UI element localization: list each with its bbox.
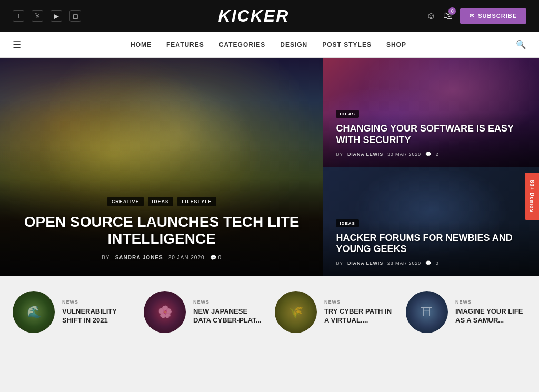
- news-thumb-3: 🌾: [275, 291, 317, 333]
- hero-left-author[interactable]: SANDRA JONES: [115, 255, 163, 260]
- nav-post-styles[interactable]: POST STYLES: [322, 41, 372, 48]
- hero-right-top-comments: 2: [436, 152, 439, 157]
- site-logo[interactable]: KICKER: [218, 6, 290, 26]
- hero-left[interactable]: CREATIVE IDEAS LIFESTYLE OPEN SOURCE LAU…: [0, 58, 323, 276]
- news-thumb-4: ⛩: [406, 291, 448, 333]
- news-text-1: NEWS VULNERABILITY SHIFT IN 2021: [62, 299, 133, 325]
- hero-right-top-content: IDEAS CHANGING YOUR SOFTWARE IS EASY WIT…: [323, 108, 539, 156]
- instagram-icon[interactable]: ◻: [69, 10, 81, 22]
- hero-right-top-meta: BY DIANA LEWIS 30 MAR 2020 💬 2: [336, 152, 526, 157]
- search-button[interactable]: 🔍: [516, 39, 526, 49]
- news-cat-2: NEWS: [193, 299, 264, 305]
- main-nav: ☰ HOME FEATURES CATEGORIES DESIGN POST S…: [0, 32, 539, 58]
- hero-right-bottom-tag[interactable]: IDEAS: [336, 219, 358, 227]
- news-thumb-1-art: 🌊: [13, 291, 55, 333]
- demos-tab[interactable]: 60+ Demos: [525, 172, 539, 219]
- hero-left-by: BY: [102, 255, 109, 260]
- nav-categories[interactable]: CATEGORIES: [219, 41, 265, 48]
- hero-right-bottom[interactable]: IDEAS HACKER FORUMS FOR NEWBIES AND YOUN…: [323, 167, 539, 277]
- tag-creative[interactable]: CREATIVE: [107, 197, 144, 206]
- news-text-4: NEWS IMAGINE YOUR LIFE AS A SAMUR...: [455, 299, 526, 325]
- cart-icon[interactable]: 🛍 0: [443, 11, 453, 22]
- youtube-icon[interactable]: ▶: [51, 10, 62, 22]
- news-thumb-1: 🌊: [13, 291, 55, 333]
- hero-right-top-tag[interactable]: IDEAS: [336, 110, 358, 118]
- tag-ideas[interactable]: IDEAS: [148, 197, 174, 206]
- nav-home[interactable]: HOME: [131, 41, 152, 48]
- hero-right-top-author[interactable]: DIANA LEWIS: [347, 152, 383, 157]
- news-strip: 🌊 NEWS VULNERABILITY SHIFT IN 2021 🌸 NEW…: [0, 276, 539, 348]
- news-thumb-2: 🌸: [144, 291, 186, 333]
- news-item-4[interactable]: ⛩ NEWS IMAGINE YOUR LIFE AS A SAMUR...: [406, 291, 526, 333]
- user-icon[interactable]: ☺: [426, 11, 436, 22]
- hero-right-bottom-comment-icon: 💬: [425, 260, 432, 266]
- hero-right-bottom-title: HACKER FORUMS FOR NEWBIES AND YOUNG GEEK…: [336, 233, 526, 255]
- hero-left-tags: CREATIVE IDEAS LIFESTYLE: [16, 197, 307, 206]
- news-title-2: NEW JAPANESE DATA CYBER-PLAT...: [193, 307, 264, 325]
- facebook-icon[interactable]: f: [13, 10, 24, 22]
- hero-right-bottom-date: 28 MAR 2020: [387, 260, 421, 266]
- hero-right-bottom-by: BY: [336, 260, 343, 266]
- hero-right-bottom-meta: BY DIANA LEWIS 28 MAR 2020 💬 0: [336, 260, 526, 266]
- news-cat-1: NEWS: [62, 299, 133, 305]
- subscribe-button[interactable]: ✉ SUBSCRIBE: [460, 8, 526, 24]
- comment-bubble-icon: 💬: [210, 255, 217, 260]
- hero-right-bottom-author[interactable]: DIANA LEWIS: [347, 260, 383, 266]
- news-title-4: IMAGINE YOUR LIFE AS A SAMUR...: [455, 307, 526, 325]
- nav-shop[interactable]: SHOP: [386, 41, 406, 48]
- hero-left-title: OPEN SOURCE LAUNCHES TECH LITE INTELLIGE…: [16, 214, 307, 247]
- tag-lifestyle[interactable]: LIFESTYLE: [177, 197, 216, 206]
- hero-right-top[interactable]: IDEAS CHANGING YOUR SOFTWARE IS EASY WIT…: [323, 58, 539, 167]
- top-bar: f 𝕏 ▶ ◻ KICKER ☺ 🛍 0 ✉ SUBSCRIBE: [0, 0, 539, 32]
- hero-right-bottom-content: IDEAS HACKER FORUMS FOR NEWBIES AND YOUN…: [323, 217, 539, 266]
- hero-left-comments: 💬 0: [210, 255, 222, 260]
- twitter-icon[interactable]: 𝕏: [32, 10, 43, 22]
- top-bar-right: ☺ 🛍 0 ✉ SUBSCRIBE: [426, 8, 526, 24]
- social-links: f 𝕏 ▶ ◻: [13, 10, 81, 22]
- hero-left-date: 20 JAN 2020: [168, 255, 205, 260]
- nav-design[interactable]: DESIGN: [280, 41, 307, 48]
- hero-right: IDEAS CHANGING YOUR SOFTWARE IS EASY WIT…: [323, 58, 539, 276]
- news-thumb-3-art: 🌾: [275, 291, 317, 333]
- news-item-3[interactable]: 🌾 NEWS TRY CYBER PATH IN A VIRTUAL....: [275, 291, 395, 333]
- nav-features[interactable]: FEATURES: [166, 41, 204, 48]
- hero-right-bottom-comments: 0: [436, 260, 439, 266]
- subscribe-icon: ✉: [470, 13, 475, 19]
- news-thumb-4-art: ⛩: [406, 291, 448, 333]
- news-item-2[interactable]: 🌸 NEWS NEW JAPANESE DATA CYBER-PLAT...: [144, 291, 264, 333]
- hero-left-content: CREATIVE IDEAS LIFESTYLE OPEN SOURCE LAU…: [0, 197, 323, 260]
- hero-section: CREATIVE IDEAS LIFESTYLE OPEN SOURCE LAU…: [0, 58, 539, 276]
- hero-left-meta: BY SANDRA JONES 20 JAN 2020 💬 0: [16, 255, 307, 260]
- hamburger-menu[interactable]: ☰: [13, 39, 21, 51]
- subscribe-label: SUBSCRIBE: [478, 13, 517, 19]
- news-title-3: TRY CYBER PATH IN A VIRTUAL....: [324, 307, 395, 325]
- news-cat-4: NEWS: [455, 299, 526, 305]
- news-title-1: VULNERABILITY SHIFT IN 2021: [62, 307, 133, 325]
- hero-left-comment-count: 0: [218, 255, 222, 260]
- news-text-3: NEWS TRY CYBER PATH IN A VIRTUAL....: [324, 299, 395, 325]
- hero-right-top-date: 30 MAR 2020: [387, 152, 421, 157]
- nav-links: HOME FEATURES CATEGORIES DESIGN POST STY…: [131, 41, 406, 48]
- news-item-1[interactable]: 🌊 NEWS VULNERABILITY SHIFT IN 2021: [13, 291, 133, 333]
- hero-right-top-by: BY: [336, 152, 343, 157]
- hero-right-top-title: CHANGING YOUR SOFTWARE IS EASY WITH SECU…: [336, 123, 526, 146]
- news-cat-3: NEWS: [324, 299, 395, 305]
- news-text-2: NEWS NEW JAPANESE DATA CYBER-PLAT...: [193, 299, 264, 325]
- cart-badge: 0: [448, 7, 456, 15]
- news-thumb-2-art: 🌸: [144, 291, 186, 333]
- logo-text: KICKER: [218, 6, 290, 25]
- hero-right-top-comment-icon: 💬: [425, 152, 432, 157]
